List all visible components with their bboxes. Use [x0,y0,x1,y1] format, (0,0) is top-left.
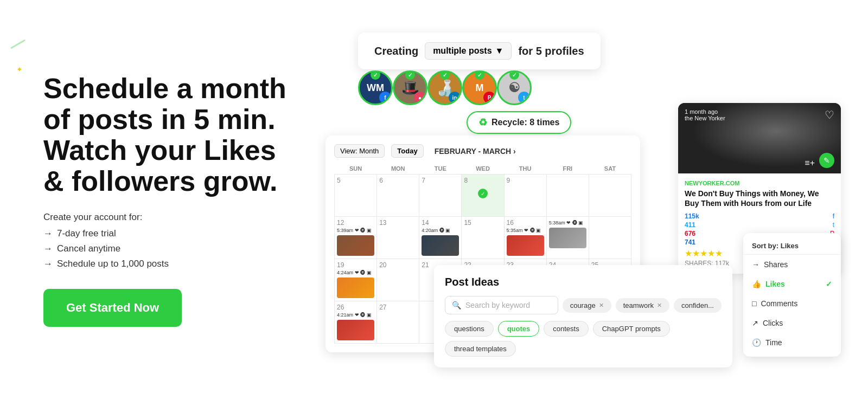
cal-cell-12[interactable]: 12 5:39am ❤ 🅜 ▣ [335,217,377,259]
cal-cell-14[interactable]: 14 4:20am 🅜 ▣ [419,217,462,259]
check-badge-3: ✓ [440,70,450,80]
hero-title: Schedule a month of posts in 5 min. Watc… [43,73,304,197]
cal-cell-26[interactable]: 26 4:21am ❤ 🅜 ▣ [335,301,377,344]
cal-cell-9[interactable]: 9 [504,175,546,217]
today-button[interactable]: Today [391,144,423,158]
cal-cell-15[interactable]: 15 [462,217,504,259]
tag-questions[interactable]: questions [445,321,494,337]
cal-header-thu: THU [504,163,546,175]
view-month-label: View: Month [340,147,379,155]
cal-cell-18[interactable] [589,217,631,259]
month-label: FEBRUARY - MARCH › [435,147,516,156]
keyword-chip-teamwork[interactable]: teamwork ✕ [616,298,669,313]
post-thumb-17 [549,228,586,248]
profile-circle-2: ✓ 🎩 ● [393,70,427,105]
sort-item-shares[interactable]: → Shares [743,255,841,274]
sort-item-likes[interactable]: 👍 Likes ✓ [743,274,841,294]
cal-cell-17[interactable]: 5:38am ❤ 🅜 ▣ [546,217,589,259]
time-ago-label: 1 month ago the New Yorker [685,108,725,121]
profile-circle-5: ✓ ☯ t [497,70,532,105]
post-ideas-title: Post Ideas [445,276,722,288]
sort-item-clicks[interactable]: ↗ Clicks [743,313,841,333]
get-started-button[interactable]: Get Started Now [43,289,182,327]
keyword-chip-courage[interactable]: courage ✕ [563,298,611,313]
recycle-label: Recycle: 8 times [492,118,559,127]
arrow-icon: → [752,260,760,269]
remove-courage-icon[interactable]: ✕ [599,302,604,309]
ny-source: NEWYORKER.COM [685,180,834,186]
right-panel: Creating multiple posts ▼ for 5 profiles… [326,22,825,378]
cal-cell-5[interactable]: 5 [335,175,377,217]
fb-icon: f [833,212,834,220]
sort-dropdown: Sort by: Likes → Shares 👍 Likes ✓ □ Comm… [743,233,841,357]
tag-thread-templates[interactable]: thread templates [445,341,516,357]
cal-cell-7[interactable]: 7 [419,175,462,217]
keyword-chip-confiden[interactable]: confiden... [674,298,722,313]
recycle-icon: ♻ [478,117,487,128]
tag-quotes[interactable]: quotes [498,321,540,337]
search-placeholder: Search by keyword [465,301,530,309]
tag-contests[interactable]: contests [544,321,588,337]
create-account-label: Create your account for: [43,212,304,223]
cal-cell-11[interactable] [589,175,631,217]
cal-header-sun: SUN [335,163,377,175]
sort-header: Sort by: Likes [743,237,841,255]
cal-cell-19[interactable]: 19 4:24am ❤ 🅜 ▣ [335,259,377,301]
cal-row-1: 5 6 7 8 ✓ 9 [335,175,631,217]
scheduled-post-dot: ✓ [478,189,488,198]
post-thumb-19 [337,278,374,298]
multiple-posts-label: multiple posts [433,46,492,56]
sort-item-time[interactable]: 🕐 Time [743,333,841,352]
cal-cell-20[interactable]: 20 [377,259,419,301]
cal-header-fri: FRI [546,163,589,175]
cal-row-2: 12 5:39am ❤ 🅜 ▣ 13 14 4:20am 🅜 ▣ 15 [335,217,631,259]
post-thumb-16 [507,235,544,256]
share-icon: ✎ [819,153,834,168]
remove-teamwork-icon[interactable]: ✕ [657,302,662,309]
for-profiles-label: for 5 profiles [518,45,584,57]
clock-icon: 🕐 [752,338,761,347]
calendar-header: View: Month Today FEBRUARY - MARCH › [334,144,631,158]
post-thumb-14 [422,235,459,256]
cal-cell-6[interactable]: 6 [377,175,419,217]
profile-circles: ✓ WM f ✓ 🎩 ● ✓ 🍶 in ✓ M P [358,70,528,105]
keyword-courage-label: courage [570,301,596,309]
cal-cell-16[interactable]: 16 5:35am ❤ 🅜 ▣ [504,217,546,259]
feature-item-1: → 7-day free trial [43,228,304,239]
check-badge-5: ✓ [509,70,519,80]
tag-chatgpt[interactable]: ChapGPT prompts [593,321,670,337]
keyword-confiden-label: confiden... [681,301,714,309]
post-ideas-card: Post Ideas 🔍 Search by keyword courage ✕… [434,265,732,367]
tw-icon: t [833,221,834,229]
heart-icon: ♡ [825,108,834,121]
cal-cell-13[interactable]: 13 [377,217,419,259]
ig-badge-2: ● [414,92,426,104]
decorative-star: ✦ [16,65,23,74]
check-badge-2: ✓ [405,70,415,80]
cal-cell-10[interactable] [546,175,589,217]
creating-label: Creating [374,45,418,57]
check-icon: ✓ [826,280,832,288]
arrow-icon-2: → [43,243,53,254]
check-badge-1: ✓ [371,70,380,80]
multiple-posts-dropdown[interactable]: multiple posts ▼ [425,42,512,60]
post-thumb-26 [337,320,374,340]
cal-cell-27[interactable]: 27 [377,301,419,344]
post-thumb-12 [337,235,374,256]
menu-icon: ≡+ [805,158,815,168]
cal-header-sat: SAT [589,163,631,175]
sort-item-comments[interactable]: □ Comments [743,294,841,313]
ny-title: We Don't Buy Things with Money, We Buy T… [685,189,834,208]
li-badge-3: in [449,92,461,104]
feature-item-3: → Schedule up to 1,000 posts [43,259,304,269]
tw-badge-5: t [518,92,530,104]
profile-circle-1: ✓ WM f [358,70,393,105]
cal-cell-8[interactable]: 8 ✓ [462,175,504,217]
search-box[interactable]: 🔍 Search by keyword [445,296,558,314]
profile-circle-4: ✓ M P [462,70,497,105]
arrow-icon-3: → [43,259,53,269]
comment-icon: □ [752,299,756,308]
pi-badge-4: P [483,92,495,104]
view-month-button[interactable]: View: Month [334,144,385,158]
today-label: Today [397,147,417,155]
